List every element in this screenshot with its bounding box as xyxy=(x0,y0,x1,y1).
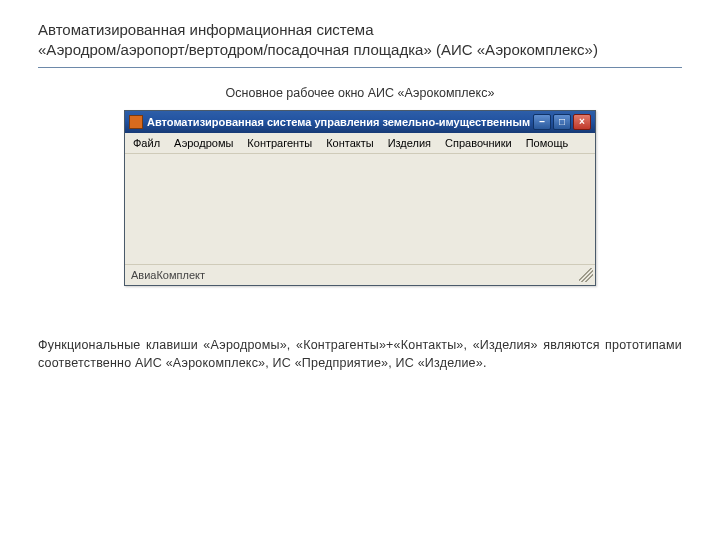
slide-title-line1: Автоматизированная информационная систем… xyxy=(38,21,373,38)
minimize-icon: – xyxy=(539,117,545,127)
menu-products[interactable]: Изделия xyxy=(388,137,431,149)
app-window: Автоматизированная система управления зе… xyxy=(124,110,596,286)
title-divider xyxy=(38,67,682,68)
status-bar: АвиаКомплект xyxy=(125,264,595,285)
slide-body-text: Функциональные клавиши «Аэродромы», «Кон… xyxy=(38,336,682,372)
screenshot-caption: Основное рабочее окно АИС «Аэрокомплекс» xyxy=(125,86,595,100)
menu-bar: Файл Аэродромы Контрагенты Контакты Изде… xyxy=(125,133,595,154)
menu-directories[interactable]: Справочники xyxy=(445,137,512,149)
slide-title: Автоматизированная информационная систем… xyxy=(38,20,682,61)
client-area xyxy=(125,154,595,264)
minimize-button[interactable]: – xyxy=(533,114,551,130)
resize-grip-icon[interactable] xyxy=(579,268,593,282)
menu-help[interactable]: Помощь xyxy=(526,137,569,149)
close-icon: × xyxy=(579,117,585,127)
maximize-button[interactable]: □ xyxy=(553,114,571,130)
app-icon xyxy=(129,115,143,129)
menu-aerodromes[interactable]: Аэродромы xyxy=(174,137,233,149)
close-button[interactable]: × xyxy=(573,114,591,130)
menu-contacts[interactable]: Контакты xyxy=(326,137,374,149)
window-title: Автоматизированная система управления зе… xyxy=(147,116,533,128)
menu-file[interactable]: Файл xyxy=(133,137,160,149)
menu-contractors[interactable]: Контрагенты xyxy=(247,137,312,149)
maximize-icon: □ xyxy=(559,117,565,127)
slide-title-line2: «Аэродром/аэропорт/вертодром/посадочная … xyxy=(38,41,598,58)
status-text: АвиаКомплект xyxy=(131,269,205,281)
window-titlebar: Автоматизированная система управления зе… xyxy=(125,111,595,133)
window-buttons: – □ × xyxy=(533,114,591,130)
